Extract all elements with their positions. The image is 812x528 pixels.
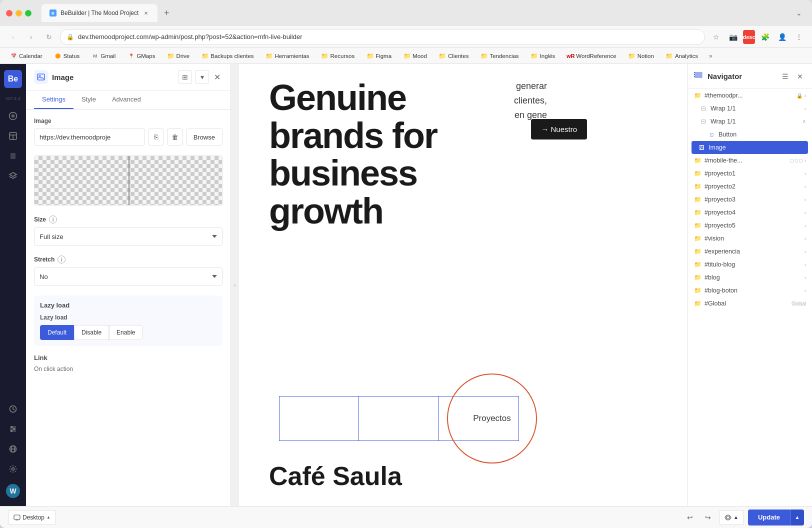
chevron-icon: ›	[804, 223, 806, 228]
bookmark-calendar[interactable]: 📅 Calendar	[6, 52, 46, 60]
nav-item-wrap-1[interactable]: ⊟ Wrap 1/1 ›	[688, 102, 812, 115]
history-tool[interactable]	[4, 400, 22, 418]
add-element-tool[interactable]	[4, 107, 22, 125]
bookmark-recursos[interactable]: 📁 Recursos	[318, 52, 359, 60]
refresh-button[interactable]: ↻	[42, 30, 56, 44]
customize-tool[interactable]	[4, 420, 22, 438]
wrap-icon: ⊟	[700, 118, 708, 126]
settings-tool[interactable]	[4, 460, 22, 478]
image-url-input[interactable]	[34, 128, 145, 146]
traffic-lights	[6, 10, 32, 16]
stretch-label: Stretch i	[34, 256, 222, 264]
new-tab-button[interactable]: +	[160, 6, 174, 20]
action-icon-3[interactable]: ◻	[799, 158, 802, 163]
update-dropdown-button[interactable]: ▲	[790, 510, 804, 526]
nav-item-themoodpr[interactable]: 📁 #themoodpr... 🔒 ›	[688, 89, 812, 102]
active-tab[interactable]: B BeBuilder | The Mood Project ✕	[42, 4, 158, 22]
tab-close-icon[interactable]: ✕	[142, 10, 150, 16]
bookmark-analytics[interactable]: 📁 Analytics	[662, 52, 702, 60]
panel-close-button[interactable]: ✕	[212, 70, 222, 84]
nav-item-button[interactable]: ⊡ Button	[688, 128, 812, 141]
nav-item-blog-boton[interactable]: 📁 #blog-boton ›	[688, 284, 812, 297]
preview-button[interactable]: ▲	[719, 510, 744, 525]
action-icon-2[interactable]: ◻	[794, 158, 798, 163]
nav-item-proyecto4[interactable]: 📁 #proyecto4 ›	[688, 206, 812, 219]
copy-icon-button[interactable]: ⎘	[148, 128, 164, 146]
device-selector: Desktop ▲	[8, 510, 56, 525]
nav-item-image[interactable]: 🖼 Image	[692, 141, 808, 154]
nav-item-vision[interactable]: 📁 #vision ›	[688, 232, 812, 245]
lazy-default-btn[interactable]: Default	[40, 325, 74, 340]
extension-icon-2[interactable]: 🧩	[758, 30, 772, 44]
nav-item-global[interactable]: 📁 #Global Global	[688, 297, 812, 310]
extension-icon-1[interactable]: desc	[743, 30, 755, 44]
bookmark-status[interactable]: 🟠 Status	[50, 52, 84, 60]
nav-item-experiencia[interactable]: 📁 #experiencia ›	[688, 245, 812, 258]
nav-item-proyecto1[interactable]: 📁 #proyecto1 ›	[688, 167, 812, 180]
clear-icon-button[interactable]: 🗑	[167, 128, 183, 146]
bookmark-herramientas[interactable]: 📁 Herramientas	[262, 52, 314, 60]
navigator-list-icon[interactable]: ☰	[779, 70, 791, 82]
nav-item-mobile[interactable]: 📁 #mobile-the... ◻ ◻ ◻ ›	[688, 154, 812, 167]
sort-tool[interactable]	[4, 147, 22, 165]
tab-style[interactable]: Style	[74, 90, 104, 109]
bookmark-tendencias[interactable]: 📁 Tendencias	[476, 52, 522, 60]
bookmark-notion[interactable]: 📁 Notion	[624, 52, 658, 60]
builder-logo: Be	[4, 70, 22, 88]
nav-item-proyecto3[interactable]: 📁 #proyecto3 ›	[688, 193, 812, 206]
undo-button[interactable]: ↩	[683, 510, 697, 524]
layers-tool[interactable]	[4, 167, 22, 185]
hero-title: Genuine brands for business growth	[269, 79, 657, 230]
bookmark-clientes[interactable]: 📁 Clientes	[435, 52, 473, 60]
bookmark-wordreference[interactable]: wR WordReference	[563, 52, 620, 60]
more-bookmarks-icon[interactable]: »	[706, 52, 716, 60]
global-tool[interactable]	[4, 440, 22, 458]
nav-item-proyecto2[interactable]: 📁 #proyecto2 ›	[688, 180, 812, 193]
forward-button[interactable]: ›	[24, 30, 38, 44]
nav-item-wrap-2[interactable]: ⊟ Wrap 1/1 ∨	[688, 115, 812, 128]
bookmark-figma[interactable]: 📁 Figma	[362, 52, 396, 60]
lazy-enable-btn[interactable]: Enable	[109, 325, 142, 340]
action-icon-1[interactable]: ◻	[790, 158, 794, 163]
nav-item-proyecto5[interactable]: 📁 #proyecto5 ›	[688, 219, 812, 232]
bookmark-gmail[interactable]: M Gmail	[88, 52, 120, 60]
lazy-disable-btn[interactable]: Disable	[74, 325, 109, 340]
bookmark-backups[interactable]: 📁 Backups clientes	[198, 52, 258, 60]
update-button[interactable]: Update	[748, 510, 790, 526]
lazy-section-title: Lazy load	[40, 302, 216, 309]
minimize-button[interactable]	[16, 10, 22, 16]
navigator-close-icon[interactable]: ✕	[794, 70, 806, 82]
bookmark-drive[interactable]: 📁 Drive	[163, 52, 194, 60]
bookmark-star-icon[interactable]: ☆	[709, 30, 723, 44]
redo-button[interactable]: ↪	[701, 510, 715, 524]
screenshot-icon[interactable]: 📷	[726, 30, 740, 44]
tab-more-icon[interactable]: ⌄	[792, 6, 806, 20]
panel-arrow-btn[interactable]: ▾	[195, 70, 209, 84]
cta-button[interactable]: → Nuestro	[531, 119, 587, 140]
collapse-handle[interactable]: ‹	[231, 64, 239, 506]
wordpress-icon[interactable]: W	[6, 484, 20, 498]
bookmark-ingles[interactable]: 📁 Inglés	[527, 52, 560, 60]
proyectos-circle: Proyectos	[447, 374, 537, 464]
bookmark-mood[interactable]: 📁 Mood	[400, 52, 431, 60]
menu-icon[interactable]: ⋮	[792, 30, 806, 44]
panel-template-btn[interactable]: ⊞	[178, 70, 192, 84]
browse-button[interactable]: Browse	[186, 128, 222, 146]
chevron-icon: ›	[804, 275, 806, 280]
tab-advanced[interactable]: Advanced	[104, 90, 149, 109]
device-button[interactable]: Desktop ▲	[8, 510, 56, 525]
close-button[interactable]	[6, 10, 12, 16]
layout-tool[interactable]	[4, 127, 22, 145]
tab-settings[interactable]: Settings	[34, 90, 74, 109]
back-button[interactable]: ‹	[6, 30, 20, 44]
size-select[interactable]: Full size	[34, 228, 222, 246]
image-icon: 🖼	[698, 144, 706, 152]
address-bar[interactable]: 🔒 dev.themoodproject.com/wp-admin/post.p…	[60, 29, 705, 45]
maximize-button[interactable]	[25, 10, 32, 16]
canvas-area: Genuine brands for business growth gener…	[239, 64, 687, 506]
stretch-select[interactable]: No	[34, 268, 222, 286]
bookmark-gmaps[interactable]: 📍 GMaps	[124, 52, 159, 60]
nav-item-blog[interactable]: 📁 #blog ›	[688, 271, 812, 284]
nav-item-titulo-blog[interactable]: 📁 #titulo-blog ›	[688, 258, 812, 271]
profile-icon[interactable]: 👤	[775, 30, 789, 44]
